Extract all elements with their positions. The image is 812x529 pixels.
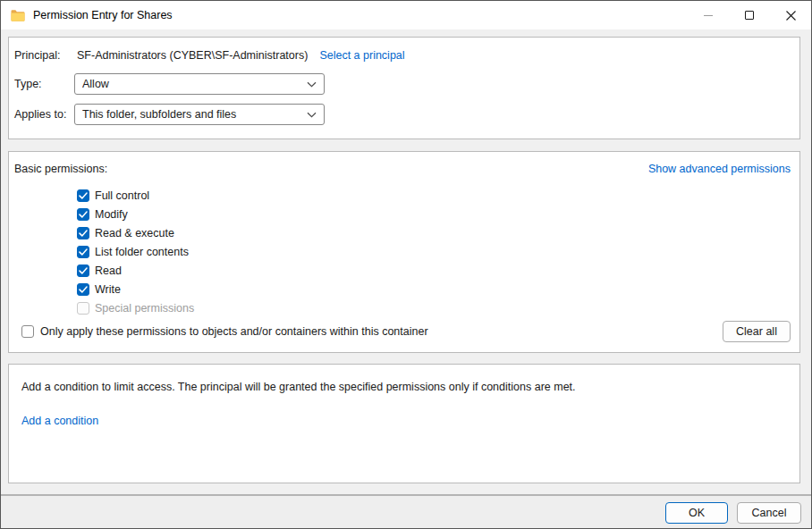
- permission-row: Read: [77, 261, 791, 280]
- ok-button[interactable]: OK: [665, 502, 728, 524]
- condition-description: Add a condition to limit access. The pri…: [21, 381, 791, 393]
- permission-entry-dialog: Permission Entry for Shares Principal: S…: [1, 1, 811, 529]
- select-principal-link[interactable]: Select a principal: [319, 49, 404, 62]
- basic-permissions-panel: Basic permissions: Show advanced permiss…: [8, 151, 800, 353]
- only-apply-label: Only apply these permissions to objects …: [40, 325, 723, 338]
- permission-label: Special permissions: [95, 302, 194, 315]
- maximize-button[interactable]: [729, 1, 770, 29]
- checkmark-icon: [79, 286, 88, 293]
- permission-checkbox[interactable]: [77, 283, 89, 296]
- window-title: Permission Entry for Shares: [33, 9, 173, 21]
- show-advanced-permissions-link[interactable]: Show advanced permissions: [648, 163, 791, 175]
- minimize-button[interactable]: [688, 1, 729, 29]
- minimize-icon: [704, 15, 713, 16]
- permission-label: List folder contents: [95, 246, 189, 258]
- permission-checkbox[interactable]: [77, 246, 89, 258]
- checkmark-icon: [79, 267, 88, 274]
- permission-row: Read & execute: [77, 223, 791, 242]
- principal-value: SF-Administrators (CYBER\SF-Administrato…: [77, 49, 308, 62]
- checkmark-icon: [79, 248, 88, 256]
- chevron-down-icon: [307, 112, 317, 118]
- permission-label: Write: [95, 283, 121, 296]
- maximize-icon: [745, 11, 754, 20]
- basic-permissions-header: Basic permissions: Show advanced permiss…: [14, 163, 791, 175]
- permission-label: Read: [95, 264, 122, 277]
- cancel-button[interactable]: Cancel: [737, 502, 801, 524]
- condition-panel: Add a condition to limit access. The pri…: [8, 364, 800, 483]
- principal-label: Principal:: [14, 49, 74, 62]
- chevron-down-icon: [307, 81, 317, 88]
- permission-label: Read & execute: [95, 227, 174, 239]
- applies-to-dropdown-value: This folder, subfolders and files: [82, 108, 301, 121]
- permission-checkbox: [77, 302, 89, 315]
- permission-checkbox[interactable]: [77, 227, 89, 239]
- permission-row: List folder contents: [77, 242, 791, 261]
- type-dropdown-value: Allow: [82, 78, 301, 90]
- close-icon: [786, 11, 796, 21]
- footer: OK Cancel: [1, 496, 811, 529]
- only-apply-checkbox[interactable]: [21, 325, 34, 338]
- titlebar: Permission Entry for Shares: [1, 1, 811, 29]
- close-button[interactable]: [770, 1, 811, 29]
- permission-row: Special permissions: [77, 298, 791, 317]
- principal-panel: Principal: SF-Administrators (CYBER\SF-A…: [8, 37, 800, 139]
- dialog-content: Principal: SF-Administrators (CYBER\SF-A…: [8, 37, 800, 483]
- applies-to-dropdown[interactable]: This folder, subfolders and files: [74, 104, 325, 125]
- applies-to-row: Applies to: This folder, subfolders and …: [14, 104, 791, 125]
- add-condition-link[interactable]: Add a condition: [21, 415, 98, 427]
- type-row: Type: Allow: [14, 73, 791, 95]
- permission-row: Full control: [77, 186, 791, 205]
- checkmark-icon: [79, 211, 88, 218]
- folder-icon: [11, 9, 25, 21]
- permission-label: Modify: [95, 208, 128, 221]
- type-dropdown[interactable]: Allow: [74, 73, 325, 95]
- only-apply-row: Only apply these permissions to objects …: [14, 321, 791, 342]
- checkmark-icon: [79, 192, 88, 199]
- checkmark-icon: [79, 230, 88, 237]
- permission-row: Modify: [77, 205, 791, 223]
- permission-label: Full control: [95, 189, 149, 202]
- basic-permissions-list: Full control Modify Read & execute List …: [77, 186, 791, 317]
- principal-row: Principal: SF-Administrators (CYBER\SF-A…: [14, 49, 791, 62]
- applies-to-label: Applies to:: [14, 108, 74, 121]
- type-label: Type:: [14, 78, 74, 90]
- permission-checkbox[interactable]: [77, 208, 89, 221]
- basic-permissions-title: Basic permissions:: [14, 163, 648, 175]
- permission-checkbox[interactable]: [77, 264, 89, 277]
- clear-all-button[interactable]: Clear all: [723, 321, 791, 342]
- permission-checkbox[interactable]: [77, 189, 89, 202]
- permission-row: Write: [77, 280, 791, 298]
